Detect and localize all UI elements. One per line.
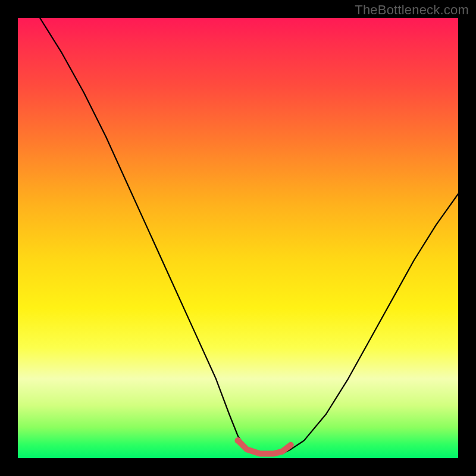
highlight-start-dot [235, 437, 242, 444]
plot-area [18, 18, 458, 458]
curve-layer [18, 18, 458, 458]
bottom-highlight-path [238, 440, 291, 453]
chart-frame: TheBottleneck.com [0, 0, 476, 476]
bottleneck-curve-path [40, 18, 458, 454]
watermark-text: TheBottleneck.com [355, 2, 469, 18]
